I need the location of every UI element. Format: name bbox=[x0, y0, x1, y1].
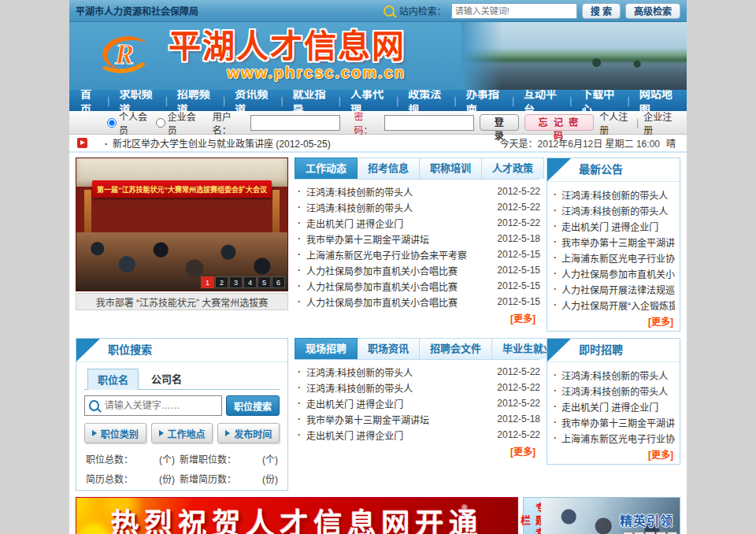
news-item: 我市举办第十三期金平湖讲坛2012-5-18 bbox=[295, 411, 540, 427]
photo-page-5[interactable]: 5 bbox=[258, 276, 271, 288]
tab-position-name[interactable]: 职位名 bbox=[87, 369, 139, 390]
company-member-radio[interactable]: 企业会员 bbox=[156, 109, 199, 136]
announcement-item: 走出机关门 进得企业门 bbox=[552, 218, 675, 234]
news-item: 汪鸿涛:科技创新的带头人2012-5-22 bbox=[295, 199, 540, 215]
svg-text:R: R bbox=[114, 39, 134, 70]
site-logo[interactable]: R bbox=[96, 31, 158, 81]
announcements-header: 最新公告 bbox=[547, 158, 680, 182]
photo-page-3[interactable]: 3 bbox=[229, 276, 243, 288]
photo-pagination: 1 2 3 4 5 6 bbox=[201, 276, 285, 288]
announcements-more-link[interactable]: [更多] bbox=[547, 314, 673, 328]
news-item: 走出机关门 进得企业门2012-5-22 bbox=[295, 427, 540, 443]
forgot-password-button[interactable]: 忘 记 密 码 bbox=[524, 114, 595, 131]
company-register-link[interactable]: 企业注册 bbox=[643, 109, 676, 136]
arrow-icon bbox=[92, 430, 97, 436]
announcement-item: 汪鸿涛:科技创新的带头人 bbox=[552, 202, 675, 218]
job-stats: 职位总数：(个) 新增职位数：(个) 简历总数：(份) 新增简历数：(份) bbox=[84, 452, 280, 485]
tab-onsite-recruit[interactable]: 现场招聘 bbox=[295, 338, 358, 359]
username-field[interactable] bbox=[250, 115, 340, 131]
site-header: R 平湖人才信息网 www.phrcsc.com.cn bbox=[69, 22, 687, 90]
tab-talent-policy[interactable]: 人才政策 bbox=[482, 158, 544, 179]
job-search-tabs: 职位名 公司名 bbox=[84, 369, 280, 390]
site-search-label: 站内检索： bbox=[399, 4, 447, 17]
instant-item: 我市举办第十三期金平湖讲坛 bbox=[552, 414, 675, 430]
site-title-block: 平湖人才信息网 www.phrcsc.com.cn bbox=[169, 30, 406, 82]
photo-caption[interactable]: 我市部署 “江苏技能状元” 大赛常州选拔赛 bbox=[76, 293, 288, 310]
site-search-input[interactable] bbox=[451, 3, 577, 19]
news-ticker: 新北区举办大学生创业与就业政策讲座 (2012-05-25) 今天是：2012年… bbox=[69, 135, 687, 153]
job-search-header: 职位搜索 bbox=[76, 339, 287, 362]
news-item: 汪鸿涛:科技创新的带头人2012-5-22 bbox=[295, 364, 540, 380]
announcement-item: 上海浦东新区光电子行业协会来平考 bbox=[552, 250, 675, 265]
arrow-icon bbox=[159, 430, 164, 436]
news-photo[interactable]: 第一届“江苏技能状元”大赛常州选拔赛组委会扩大会议 1 2 3 4 5 6 bbox=[76, 158, 288, 291]
recruit-news-column: 现场招聘 职场资讯 招聘会文件 毕业生就业服务 汪鸿涛:科技创新的带头人2012… bbox=[295, 338, 540, 491]
instant-recruit-list: 汪鸿涛:科技创新的带头人 汪鸿涛:科技创新的带头人 走出机关门 进得企业门 我市… bbox=[547, 367, 680, 446]
tab-company-name[interactable]: 公司名 bbox=[142, 369, 191, 389]
tab-career-news[interactable]: 职场资讯 bbox=[358, 338, 420, 359]
advanced-search-button[interactable]: 高级检索 bbox=[625, 3, 680, 19]
search-icon bbox=[89, 400, 99, 411]
news-item: 上海浦东新区光电子行业协会来平考察2012-5-15 bbox=[295, 247, 540, 262]
today-date: 今天是：2012年6月12日 星期二 16:00 bbox=[500, 136, 660, 150]
header-lake-photo bbox=[461, 22, 687, 90]
congrats-banner[interactable]: 热烈祝贺人才信息网开通 bbox=[76, 497, 518, 534]
announcement-item: 人力社保局参加市直机关小合唱比赛 bbox=[552, 265, 675, 281]
news-item: 人力社保局参加市直机关小合唱比赛2012-5-15 bbox=[295, 294, 540, 310]
photo-page-2[interactable]: 2 bbox=[215, 276, 228, 288]
filter-location-button[interactable]: 工作地点 bbox=[151, 423, 213, 443]
photo-banner-text: 第一届“江苏技能状元”大赛常州选拔赛组委会扩大会议 bbox=[92, 180, 272, 198]
photo-page-4[interactable]: 4 bbox=[243, 276, 257, 288]
instant-recruit-column: 即时招聘 汪鸿涛:科技创新的带头人 汪鸿涛:科技创新的带头人 走出机关门 进得企… bbox=[547, 338, 680, 491]
announcement-item: 人力社保局开展法律法规巡回培训 bbox=[552, 281, 675, 297]
register-links: 个人注册 | 企业注册 bbox=[599, 109, 676, 136]
site-container: 平湖市人力资源和社会保障局 站内检索： 搜 索 高级检索 R 平湖人才信息网 w… bbox=[69, 0, 687, 534]
photo-page-1[interactable]: 1 bbox=[201, 276, 214, 288]
elite-banner-photo[interactable]: 精英引领 1 2 3 4 5 bbox=[541, 498, 680, 534]
password-label: 密码： bbox=[354, 109, 378, 136]
recruit-more-link[interactable]: [更多] bbox=[295, 444, 536, 458]
news-item: 人力社保局参加市直机关小合唱比赛2012-5-15 bbox=[295, 278, 540, 294]
instant-recruit-panel: 即时招聘 汪鸿涛:科技创新的带头人 汪鸿涛:科技创新的带头人 走出机关门 进得企… bbox=[547, 338, 680, 465]
instant-item: 汪鸿涛:科技创新的带头人 bbox=[552, 383, 675, 399]
site-url: www.phrcsc.com.cn bbox=[169, 64, 406, 82]
personal-member-radio[interactable]: 个人会员 bbox=[107, 109, 150, 136]
instant-more-link[interactable]: [更多] bbox=[547, 447, 673, 461]
job-search-title: 职位搜索 bbox=[108, 339, 152, 362]
tab-jobfair-files[interactable]: 招聘会文件 bbox=[420, 338, 492, 359]
instant-recruit-title: 即时招聘 bbox=[579, 339, 623, 362]
username-label: 用户名： bbox=[213, 109, 246, 136]
work-news-tabs: 工作动态 招考信息 职称培训 人才政策 bbox=[295, 158, 540, 180]
news-item: 走出机关门 进得企业门2012-5-22 bbox=[295, 395, 540, 411]
photo-page-6[interactable]: 6 bbox=[272, 276, 285, 288]
login-button[interactable]: 登 录 bbox=[480, 114, 519, 131]
announcement-item: 汪鸿涛:科技创新的带头人 bbox=[552, 187, 675, 202]
announcements-title: 最新公告 bbox=[579, 158, 623, 181]
news-item: 走出机关门 进得企业门2012-5-22 bbox=[295, 215, 540, 231]
announcement-item: 我市举办第十三期金平湖讲坛 bbox=[552, 234, 675, 250]
tab-title-training[interactable]: 职称培训 bbox=[420, 158, 482, 179]
weather-status: 晴 bbox=[666, 136, 676, 150]
news-item: 汪鸿涛:科技创新的带头人2012-5-22 bbox=[295, 184, 540, 199]
top-bar: 平湖市人力资源和社会保障局 站内检索： 搜 索 高级检索 bbox=[69, 0, 687, 22]
work-news-more-link[interactable]: [更多] bbox=[295, 311, 536, 324]
filter-category-button[interactable]: 职位类别 bbox=[84, 423, 146, 443]
tab-exam-info[interactable]: 招考信息 bbox=[358, 158, 420, 179]
announcement-icon bbox=[77, 138, 87, 148]
site-search-button[interactable]: 搜 索 bbox=[582, 3, 621, 19]
ticker-headline[interactable]: 新北区举办大学生创业与就业政策讲座 (2012-05-25) bbox=[94, 136, 331, 150]
instant-item: 汪鸿涛:科技创新的带头人 bbox=[552, 367, 675, 383]
agency-name: 平湖市人力资源和社会保障局 bbox=[76, 4, 198, 17]
content-row-1: 第一届“江苏技能状元”大赛常州选拔赛组委会扩大会议 1 2 3 4 5 6 我市… bbox=[76, 158, 680, 332]
elite-banner-caption: 精英引领 bbox=[620, 510, 673, 529]
tab-work-news[interactable]: 工作动态 bbox=[295, 158, 358, 179]
password-field[interactable] bbox=[384, 115, 474, 131]
job-search-button[interactable]: 职位搜索 bbox=[226, 395, 280, 416]
keyword-input[interactable] bbox=[103, 399, 217, 412]
filter-date-button[interactable]: 发布时间 bbox=[217, 423, 280, 443]
recruit-news-list: 汪鸿涛:科技创新的带头人2012-5-22 汪鸿涛:科技创新的带头人2012-5… bbox=[295, 364, 540, 443]
personal-register-link[interactable]: 个人注册 bbox=[599, 109, 632, 136]
special-column-label: 专题专栏 bbox=[524, 498, 541, 534]
site-search: 站内检索： 搜 索 高级检索 bbox=[384, 3, 680, 19]
special-column-banner: 专题专栏 精英引领 1 2 3 4 5 bbox=[523, 497, 680, 534]
